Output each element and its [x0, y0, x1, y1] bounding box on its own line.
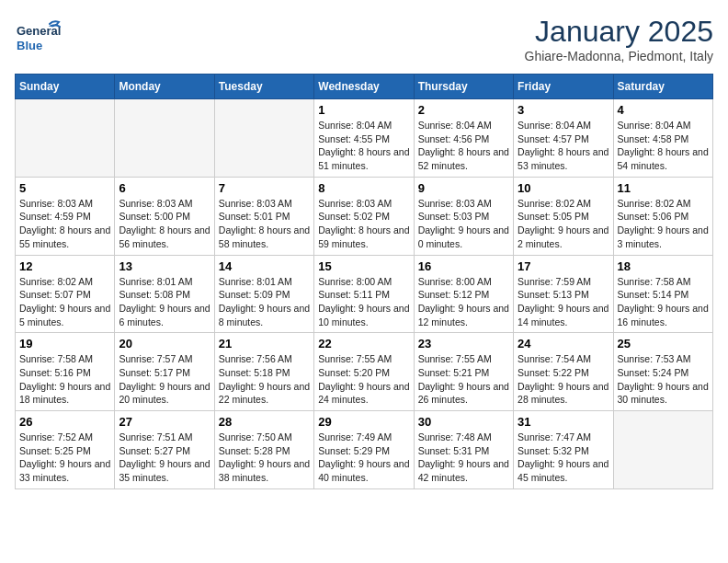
calendar-cell: 20Sunrise: 7:57 AM Sunset: 5:17 PM Dayli… [115, 333, 214, 411]
day-info: Sunrise: 8:04 AM Sunset: 4:57 PM Dayligh… [518, 119, 609, 173]
day-number: 20 [119, 337, 210, 350]
day-info: Sunrise: 7:55 AM Sunset: 5:20 PM Dayligh… [318, 352, 409, 407]
calendar-cell: 19Sunrise: 7:58 AM Sunset: 5:16 PM Dayli… [16, 333, 115, 411]
day-info: Sunrise: 7:59 AM Sunset: 5:13 PM Dayligh… [518, 275, 609, 329]
day-number: 22 [318, 337, 409, 350]
day-info: Sunrise: 8:01 AM Sunset: 5:09 PM Dayligh… [219, 275, 310, 329]
day-number: 11 [618, 181, 709, 195]
day-number: 26 [19, 415, 110, 429]
day-number: 1 [318, 103, 409, 117]
day-number: 8 [318, 181, 409, 195]
calendar-cell: 21Sunrise: 7:56 AM Sunset: 5:18 PM Dayli… [214, 333, 313, 411]
day-number: 15 [318, 259, 409, 273]
day-number: 29 [318, 415, 409, 429]
day-header-monday: Monday [115, 75, 214, 99]
day-info: Sunrise: 8:01 AM Sunset: 5:08 PM Dayligh… [119, 275, 210, 329]
day-number: 5 [19, 181, 110, 195]
day-number: 12 [19, 259, 110, 273]
calendar-cell: 18Sunrise: 7:58 AM Sunset: 5:14 PM Dayli… [613, 255, 712, 333]
day-info: Sunrise: 7:49 AM Sunset: 5:29 PM Dayligh… [318, 431, 409, 485]
calendar-cell [613, 411, 712, 489]
calendar-cell: 5Sunrise: 8:03 AM Sunset: 4:59 PM Daylig… [16, 177, 115, 255]
day-number: 27 [119, 415, 210, 429]
day-number: 23 [418, 337, 509, 350]
day-number: 10 [518, 181, 609, 195]
day-info: Sunrise: 8:02 AM Sunset: 5:05 PM Dayligh… [518, 197, 609, 251]
day-info: Sunrise: 8:03 AM Sunset: 4:59 PM Dayligh… [19, 197, 110, 251]
calendar-cell: 23Sunrise: 7:55 AM Sunset: 5:21 PM Dayli… [414, 333, 513, 411]
day-info: Sunrise: 7:48 AM Sunset: 5:31 PM Dayligh… [418, 431, 509, 485]
day-info: Sunrise: 7:58 AM Sunset: 5:16 PM Dayligh… [19, 352, 110, 407]
calendar-cell: 29Sunrise: 7:49 AM Sunset: 5:29 PM Dayli… [314, 411, 414, 489]
day-info: Sunrise: 7:58 AM Sunset: 5:14 PM Dayligh… [618, 275, 709, 329]
calendar-cell: 11Sunrise: 8:02 AM Sunset: 5:06 PM Dayli… [613, 177, 712, 255]
day-info: Sunrise: 7:52 AM Sunset: 5:25 PM Dayligh… [19, 431, 110, 485]
day-info: Sunrise: 8:03 AM Sunset: 5:02 PM Dayligh… [318, 197, 409, 251]
calendar-cell: 8Sunrise: 8:03 AM Sunset: 5:02 PM Daylig… [314, 177, 414, 255]
day-number: 9 [418, 181, 509, 195]
day-info: Sunrise: 7:47 AM Sunset: 5:32 PM Dayligh… [518, 431, 609, 485]
day-info: Sunrise: 8:00 AM Sunset: 5:12 PM Dayligh… [418, 275, 509, 329]
calendar-cell [115, 99, 214, 178]
month-title: January 2025 [525, 15, 713, 49]
calendar-cell: 25Sunrise: 7:53 AM Sunset: 5:24 PM Dayli… [613, 333, 712, 411]
calendar-cell: 15Sunrise: 8:00 AM Sunset: 5:11 PM Dayli… [314, 255, 414, 333]
day-number: 4 [618, 103, 709, 117]
day-number: 25 [618, 337, 709, 350]
calendar-cell: 31Sunrise: 7:47 AM Sunset: 5:32 PM Dayli… [514, 411, 613, 489]
day-info: Sunrise: 8:04 AM Sunset: 4:55 PM Dayligh… [318, 119, 409, 173]
calendar-cell: 17Sunrise: 7:59 AM Sunset: 5:13 PM Dayli… [514, 255, 613, 333]
day-number: 6 [119, 181, 210, 195]
calendar-cell [214, 99, 313, 178]
day-info: Sunrise: 8:02 AM Sunset: 5:06 PM Dayligh… [618, 197, 709, 251]
day-number: 30 [418, 415, 509, 429]
day-number: 19 [19, 337, 110, 350]
day-number: 17 [518, 259, 609, 273]
calendar-cell: 3Sunrise: 8:04 AM Sunset: 4:57 PM Daylig… [514, 99, 613, 178]
day-header-friday: Friday [514, 75, 613, 99]
calendar-cell: 16Sunrise: 8:00 AM Sunset: 5:12 PM Dayli… [414, 255, 513, 333]
day-info: Sunrise: 7:50 AM Sunset: 5:28 PM Dayligh… [219, 431, 310, 485]
day-info: Sunrise: 7:54 AM Sunset: 5:22 PM Dayligh… [518, 352, 609, 407]
day-info: Sunrise: 8:03 AM Sunset: 5:03 PM Dayligh… [418, 197, 509, 251]
day-number: 24 [518, 337, 609, 350]
location: Ghiare-Madonna, Piedmont, Italy [525, 49, 713, 63]
calendar-cell: 14Sunrise: 8:01 AM Sunset: 5:09 PM Dayli… [214, 255, 313, 333]
day-number: 31 [518, 415, 609, 429]
day-info: Sunrise: 7:55 AM Sunset: 5:21 PM Dayligh… [418, 352, 509, 407]
calendar-cell: 22Sunrise: 7:55 AM Sunset: 5:20 PM Dayli… [314, 333, 414, 411]
day-number: 3 [518, 103, 609, 117]
day-header-sunday: Sunday [16, 75, 115, 99]
calendar-table: SundayMondayTuesdayWednesdayThursdayFrid… [15, 74, 713, 489]
calendar-cell: 12Sunrise: 8:02 AM Sunset: 5:07 PM Dayli… [16, 255, 115, 333]
calendar-cell: 30Sunrise: 7:48 AM Sunset: 5:31 PM Dayli… [414, 411, 513, 489]
calendar-cell: 27Sunrise: 7:51 AM Sunset: 5:27 PM Dayli… [115, 411, 214, 489]
day-info: Sunrise: 8:04 AM Sunset: 4:56 PM Dayligh… [418, 119, 509, 173]
day-info: Sunrise: 8:03 AM Sunset: 5:01 PM Dayligh… [219, 197, 310, 251]
day-number: 21 [219, 337, 310, 350]
title-block: January 2025 Ghiare-Madonna, Piedmont, I… [525, 15, 713, 63]
day-number: 2 [418, 103, 509, 117]
day-info: Sunrise: 7:57 AM Sunset: 5:17 PM Dayligh… [119, 352, 210, 407]
calendar-cell [16, 99, 115, 178]
calendar-cell: 4Sunrise: 8:04 AM Sunset: 4:58 PM Daylig… [613, 99, 712, 178]
day-info: Sunrise: 8:04 AM Sunset: 4:58 PM Dayligh… [618, 119, 709, 173]
svg-text:Blue: Blue [17, 39, 42, 52]
day-info: Sunrise: 8:02 AM Sunset: 5:07 PM Dayligh… [19, 275, 110, 329]
calendar-cell: 28Sunrise: 7:50 AM Sunset: 5:28 PM Dayli… [214, 411, 313, 489]
calendar-cell: 13Sunrise: 8:01 AM Sunset: 5:08 PM Dayli… [115, 255, 214, 333]
calendar-cell: 9Sunrise: 8:03 AM Sunset: 5:03 PM Daylig… [414, 177, 513, 255]
day-number: 16 [418, 259, 509, 273]
day-number: 14 [219, 259, 310, 273]
calendar-cell: 10Sunrise: 8:02 AM Sunset: 5:05 PM Dayli… [514, 177, 613, 255]
calendar-cell: 7Sunrise: 8:03 AM Sunset: 5:01 PM Daylig… [214, 177, 313, 255]
page-header: General Blue January 2025 Ghiare-Madonna… [15, 15, 713, 64]
day-number: 28 [219, 415, 310, 429]
day-header-tuesday: Tuesday [214, 75, 313, 99]
calendar-cell: 6Sunrise: 8:03 AM Sunset: 5:00 PM Daylig… [115, 177, 214, 255]
calendar-cell: 2Sunrise: 8:04 AM Sunset: 4:56 PM Daylig… [414, 99, 513, 178]
day-number: 13 [119, 259, 210, 273]
day-header-thursday: Thursday [414, 75, 513, 99]
day-info: Sunrise: 8:00 AM Sunset: 5:11 PM Dayligh… [318, 275, 409, 329]
day-info: Sunrise: 8:03 AM Sunset: 5:00 PM Dayligh… [119, 197, 210, 251]
